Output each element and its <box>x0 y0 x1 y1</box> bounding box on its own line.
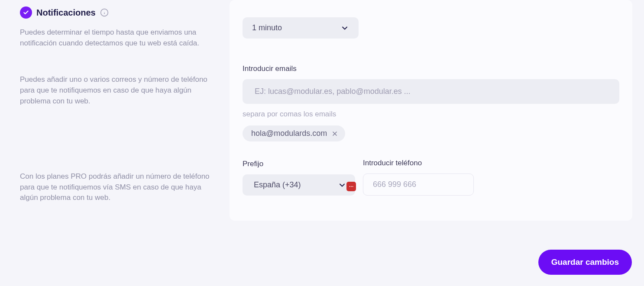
chevron-down-icon <box>338 181 346 190</box>
section-title: Notificaciones <box>36 8 96 18</box>
svg-point-6 <box>351 186 352 187</box>
desc-emails: Puedes añadir uno o varios correos y núm… <box>20 74 217 106</box>
chevron-down-icon <box>340 24 349 32</box>
emails-hint: separa por comas los emails <box>243 110 619 119</box>
emails-label: Introducir emails <box>243 64 619 73</box>
prefix-label: Prefijo <box>243 160 355 168</box>
close-icon[interactable] <box>331 130 338 137</box>
desc-phone: Con los planes PRO podrás añadir un núme… <box>20 171 217 203</box>
time-select[interactable]: 1 minuto <box>243 17 359 39</box>
email-chip-text: hola@modulards.com <box>251 129 327 138</box>
prefix-value: España (+34) <box>254 180 301 190</box>
form-panel: 1 minuto Introducir emails separa por co… <box>230 0 632 221</box>
check-icon <box>20 6 32 19</box>
left-descriptions: Notificaciones Puedes determinar el tiem… <box>0 0 230 221</box>
extension-icon[interactable] <box>346 182 356 191</box>
phone-label: Introducir teléfono <box>363 159 474 167</box>
section-header: Notificaciones <box>20 6 217 19</box>
phone-input[interactable] <box>363 174 474 196</box>
desc-time: Puedes determinar el tiempo hasta que en… <box>20 27 217 48</box>
save-button[interactable]: Guardar cambios <box>538 250 632 275</box>
svg-point-7 <box>353 186 353 187</box>
info-icon[interactable] <box>100 8 109 17</box>
time-select-value: 1 minuto <box>252 23 282 32</box>
emails-input[interactable] <box>243 79 619 104</box>
prefix-select[interactable]: España (+34) <box>243 174 355 196</box>
svg-point-5 <box>350 186 350 187</box>
email-chip: hola@modulards.com <box>243 125 345 141</box>
